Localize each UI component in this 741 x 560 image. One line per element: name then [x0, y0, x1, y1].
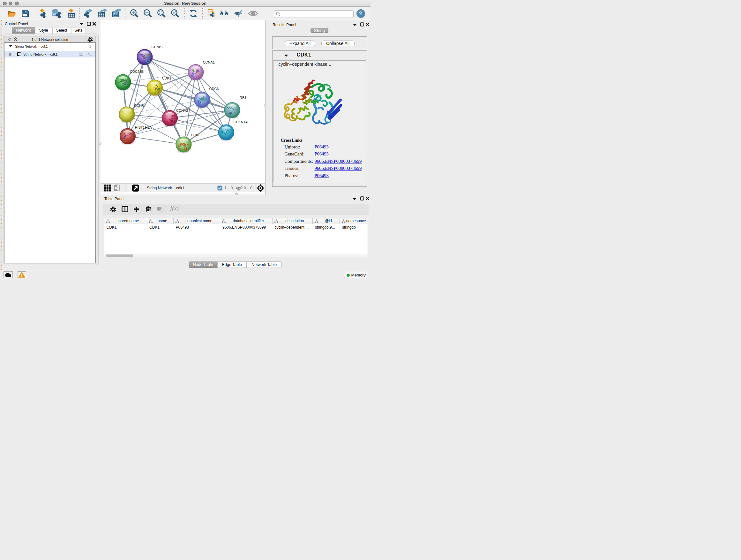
svg-text:RB1: RB1: [240, 96, 246, 100]
svg-text:CDKN1A: CDKN1A: [233, 120, 248, 124]
svg-text:CCNB1: CCNB1: [134, 104, 146, 108]
svg-text:CDK1: CDK1: [162, 76, 172, 80]
svg-text:HIST1H1A: HIST1H1A: [135, 125, 152, 129]
svg-text:CCNE1: CCNE1: [191, 133, 203, 137]
svg-text:CDC6: CDC6: [209, 87, 219, 91]
svg-text:CCNB2: CCNB2: [151, 45, 163, 49]
svg-text:CDC25B: CDC25B: [130, 70, 144, 73]
svg-text:CCNA2: CCNA2: [176, 109, 188, 112]
svg-text:CCNA1: CCNA1: [203, 60, 215, 64]
